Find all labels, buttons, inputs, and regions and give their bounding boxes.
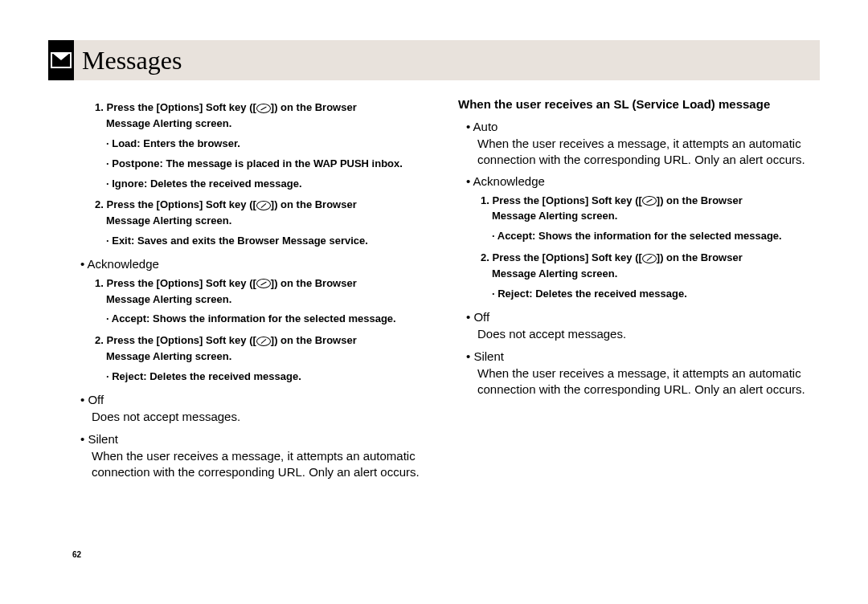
step-number: 2.: [481, 251, 489, 263]
left-step2: 2. Press the [Options] Soft key ([]) on …: [106, 198, 434, 212]
step-cont: Message Alerting screen.: [106, 350, 434, 364]
step-text: ]) on the Browser: [657, 194, 743, 206]
step-text: ]) on the Browser: [271, 198, 357, 210]
step-text: ]) on the Browser: [271, 101, 357, 113]
softkey-icon: [256, 104, 271, 113]
softkey-icon: [642, 196, 657, 206]
ack-step2: 2. Press the [Options] Soft key ([]) on …: [106, 334, 434, 348]
ack-step1: 1. Press the [Options] Soft key ([]) on …: [106, 277, 434, 291]
envelope-icon: [51, 52, 72, 68]
sub-item: · Exit: Saves and exits the Browser Mess…: [106, 235, 434, 248]
page-number: 62: [72, 550, 81, 559]
step-number: 2.: [95, 334, 104, 346]
step-text: Press the [Options] Soft key ([: [106, 101, 256, 113]
step-cont: Message Alerting screen.: [106, 214, 434, 228]
step-text: ]) on the Browser: [657, 251, 743, 263]
step-cont: Message Alerting screen.: [492, 210, 820, 223]
sub-item: · Accept: Shows the information for the …: [106, 312, 434, 326]
sub-item: · Load: Enters the browser.: [106, 137, 434, 151]
content-columns: 1. Press the [Options] Soft key ([]) on …: [72, 96, 820, 480]
sub-item: · Reject: Deletes the received message.: [492, 288, 820, 301]
r-ack-step1: 1. Press the [Options] Soft key ([]) on …: [492, 194, 820, 208]
step-text: Press the [Options] Soft key ([: [106, 198, 256, 210]
step-cont: Message Alerting screen.: [492, 267, 820, 281]
header-bar: [74, 40, 820, 80]
bullet-off: • Off: [92, 392, 434, 408]
silent-text: When the user receives a message, it att…: [92, 448, 434, 480]
silent-text-r: When the user receives a message, it att…: [477, 365, 820, 397]
step-text: Press the [Options] Soft key ([: [492, 251, 641, 263]
bullet-off-r: • Off: [477, 309, 820, 325]
softkey-icon: [256, 279, 271, 288]
bullet-acknowledge-r: • Acknowledge: [477, 173, 820, 190]
sub-item: · Ignore: Deletes the received message.: [106, 178, 434, 191]
page-title: Messages: [82, 40, 182, 80]
softkey-icon: [256, 201, 271, 210]
right-column: When the user receives an SL (Service Lo…: [458, 96, 820, 480]
right-heading: When the user receives an SL (Service Lo…: [458, 96, 820, 112]
step-text: ]) on the Browser: [271, 334, 357, 346]
step-number: 1.: [95, 277, 104, 289]
step-text: Press the [Options] Soft key ([: [106, 277, 256, 289]
header-icon-box: [48, 40, 74, 80]
softkey-icon: [256, 337, 271, 346]
page: Messages 1. Press the [Options] Soft key…: [0, 0, 868, 604]
step-number: 1.: [95, 101, 104, 113]
off-text: Does not accept messages.: [92, 409, 434, 425]
r-ack-step2: 2. Press the [Options] Soft key ([]) on …: [492, 251, 820, 265]
auto-text: When the user receives a message, it att…: [477, 136, 820, 167]
bullet-silent-r: • Silent: [477, 349, 820, 365]
sub-item: · Reject: Deletes the received message.: [106, 370, 434, 384]
softkey-icon: [642, 254, 657, 263]
step-cont: Message Alerting screen.: [106, 293, 434, 307]
left-step1: 1. Press the [Options] Soft key ([]) on …: [106, 101, 434, 115]
sub-item: · Accept: Shows the information for the …: [492, 230, 820, 243]
sub-item: · Postpone: The message is placed in the…: [106, 157, 434, 171]
bullet-auto: • Auto: [477, 119, 820, 135]
left-column: 1. Press the [Options] Soft key ([]) on …: [72, 96, 434, 480]
step-number: 1.: [481, 194, 489, 206]
off-text-r: Does not accept messages.: [477, 326, 820, 342]
step-number: 2.: [95, 198, 104, 210]
bullet-acknowledge: • Acknowledge: [92, 256, 434, 272]
step-cont: Message Alerting screen.: [106, 117, 434, 131]
bullet-silent: • Silent: [92, 431, 434, 447]
step-text: ]) on the Browser: [271, 277, 357, 289]
step-text: Press the [Options] Soft key ([: [106, 334, 256, 346]
step-text: Press the [Options] Soft key ([: [492, 194, 641, 206]
